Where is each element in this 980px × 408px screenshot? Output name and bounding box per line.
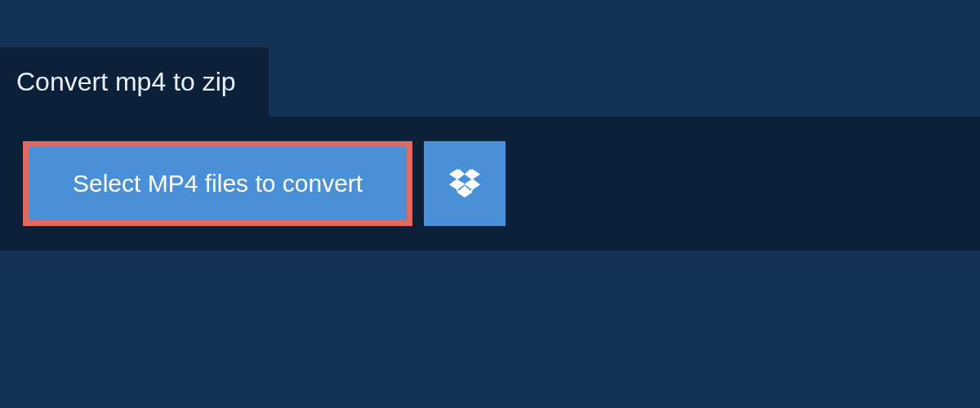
page-title-tab: Convert mp4 to zip bbox=[0, 47, 269, 117]
select-files-button[interactable]: Select MP4 files to convert bbox=[23, 141, 412, 226]
page-title: Convert mp4 to zip bbox=[16, 67, 236, 96]
dropbox-button[interactable] bbox=[424, 141, 506, 226]
dropbox-icon bbox=[449, 166, 480, 201]
button-row: Select MP4 files to convert bbox=[23, 141, 957, 226]
select-files-label: Select MP4 files to convert bbox=[73, 170, 363, 197]
upload-panel: Select MP4 files to convert bbox=[0, 117, 980, 251]
